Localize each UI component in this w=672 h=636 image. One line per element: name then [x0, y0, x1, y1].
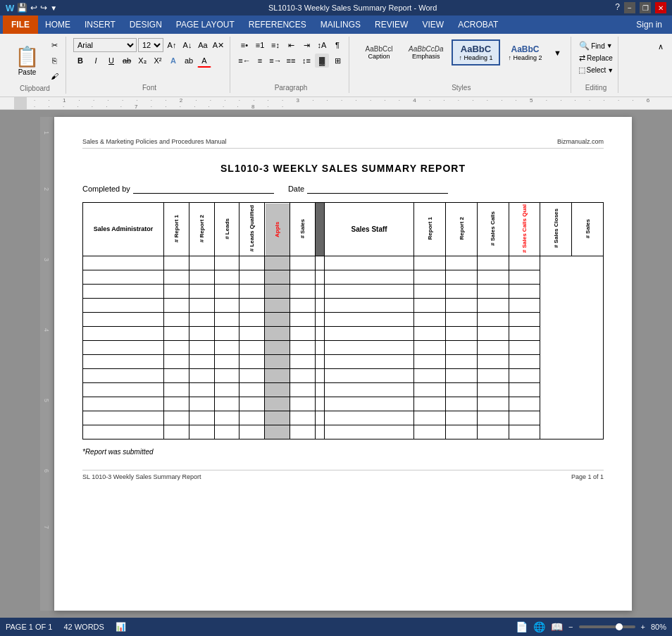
bold-btn[interactable]: B — [73, 54, 87, 68]
table-cell[interactable] — [315, 397, 324, 411]
table-cell[interactable] — [164, 397, 189, 411]
clear-format-btn[interactable]: A✕ — [211, 38, 225, 52]
table-cell[interactable] — [83, 270, 164, 284]
table-cell[interactable] — [164, 312, 189, 326]
table-cell[interactable] — [214, 340, 239, 354]
table-cell[interactable] — [414, 425, 446, 439]
strikethrough-btn[interactable]: ab — [120, 54, 134, 68]
table-cell[interactable] — [509, 397, 540, 411]
align-center-btn[interactable]: ≡ — [253, 54, 267, 68]
table-cell[interactable] — [189, 340, 214, 354]
table-cell[interactable] — [446, 284, 478, 298]
increase-indent-btn[interactable]: ⇥ — [299, 38, 313, 52]
table-cell[interactable] — [324, 354, 414, 368]
table-cell[interactable] — [214, 270, 239, 284]
view-print-btn[interactable]: 📄 — [516, 621, 528, 632]
table-cell[interactable] — [214, 425, 239, 439]
table-cell[interactable] — [214, 382, 239, 397]
table-cell[interactable] — [290, 397, 316, 411]
table-cell[interactable] — [414, 284, 446, 298]
ribbon-collapse-btn[interactable]: ∧ — [654, 39, 668, 54]
heading1-style-box[interactable]: AaBbC ↑ Heading 1 — [452, 39, 499, 66]
table-cell[interactable] — [324, 340, 414, 354]
font-name-select[interactable]: Arial — [73, 38, 137, 52]
table-cell[interactable] — [315, 326, 324, 340]
table-cell[interactable] — [446, 368, 478, 382]
table-cell[interactable] — [446, 312, 478, 326]
copy-button[interactable]: ⎘ — [47, 54, 61, 68]
table-cell[interactable] — [477, 340, 509, 354]
table-cell[interactable] — [239, 354, 265, 368]
table-cell[interactable] — [324, 256, 414, 270]
table-cell[interactable] — [509, 425, 540, 439]
table-cell[interactable] — [265, 368, 290, 382]
table-cell[interactable] — [477, 298, 509, 312]
table-cell[interactable] — [214, 397, 239, 411]
font-color-btn[interactable]: A — [197, 54, 211, 68]
format-painter-button[interactable]: 🖌 — [47, 69, 61, 83]
table-cell[interactable] — [290, 312, 316, 326]
table-cell[interactable] — [83, 256, 164, 270]
table-cell[interactable] — [164, 298, 189, 312]
justify-btn[interactable]: ≡≡ — [284, 54, 298, 68]
review-menu[interactable]: REVIEW — [368, 15, 415, 34]
table-cell[interactable] — [189, 284, 214, 298]
table-cell[interactable] — [446, 411, 478, 425]
table-cell[interactable] — [324, 411, 414, 425]
table-cell[interactable] — [265, 397, 290, 411]
file-menu[interactable]: FILE — [3, 15, 38, 34]
table-cell[interactable] — [324, 270, 414, 284]
table-cell[interactable] — [315, 284, 324, 298]
subscript-btn[interactable]: X₂ — [135, 54, 149, 68]
table-cell[interactable] — [290, 298, 316, 312]
show-marks-btn[interactable]: ¶ — [330, 38, 344, 52]
shading-btn[interactable]: ▓ — [315, 54, 329, 68]
table-cell[interactable] — [83, 326, 164, 340]
date-underline[interactable] — [307, 184, 448, 194]
mailings-menu[interactable]: MAILINGS — [313, 15, 368, 34]
table-cell[interactable] — [164, 368, 189, 382]
superscript-btn[interactable]: X² — [151, 54, 165, 68]
table-cell[interactable] — [509, 256, 540, 270]
table-cell[interactable] — [290, 354, 316, 368]
table-cell[interactable] — [164, 270, 189, 284]
table-cell[interactable] — [265, 354, 290, 368]
text-effect-btn[interactable]: A — [166, 54, 180, 68]
table-cell[interactable] — [414, 382, 446, 397]
table-cell[interactable] — [83, 397, 164, 411]
sort-btn[interactable]: ↕A — [315, 38, 329, 52]
restore-btn[interactable]: ❐ — [640, 2, 651, 13]
table-cell[interactable] — [477, 270, 509, 284]
references-menu[interactable]: REFERENCES — [242, 15, 313, 34]
table-cell[interactable] — [414, 411, 446, 425]
table-cell[interactable] — [315, 354, 324, 368]
table-cell[interactable] — [414, 270, 446, 284]
table-cell[interactable] — [164, 425, 189, 439]
table-cell[interactable] — [239, 298, 265, 312]
table-cell[interactable] — [239, 270, 265, 284]
table-cell[interactable] — [509, 382, 540, 397]
more-btn[interactable]: ▼ — [50, 4, 57, 12]
table-cell[interactable] — [83, 382, 164, 397]
table-cell[interactable] — [324, 382, 414, 397]
table-cell[interactable] — [189, 354, 214, 368]
decrease-font-btn[interactable]: A↓ — [180, 38, 194, 52]
table-cell[interactable] — [477, 354, 509, 368]
sign-in-link[interactable]: Sign in — [629, 20, 669, 30]
table-cell[interactable] — [83, 298, 164, 312]
quick-save[interactable]: 💾 — [17, 3, 27, 13]
table-cell[interactable] — [189, 298, 214, 312]
table-cell[interactable] — [214, 284, 239, 298]
styles-scroll-btn[interactable]: ▼ — [551, 46, 565, 60]
border-btn[interactable]: ⊞ — [330, 54, 344, 68]
table-cell[interactable] — [214, 368, 239, 382]
table-cell[interactable] — [189, 425, 214, 439]
table-cell[interactable] — [509, 326, 540, 340]
multilevel-btn[interactable]: ≡↕ — [268, 38, 282, 52]
table-cell[interactable] — [239, 382, 265, 397]
table-cell[interactable] — [509, 298, 540, 312]
table-cell[interactable] — [83, 340, 164, 354]
table-cell[interactable] — [315, 312, 324, 326]
table-cell[interactable] — [324, 326, 414, 340]
table-cell[interactable] — [509, 354, 540, 368]
